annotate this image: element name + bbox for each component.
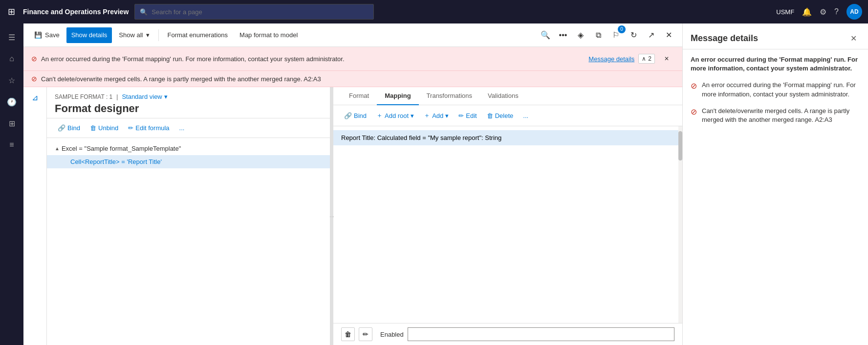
enabled-input[interactable] xyxy=(408,327,674,341)
tab-format[interactable]: Format xyxy=(341,87,377,105)
mapping-link-icon: 🔗 xyxy=(344,112,352,119)
search-toolbar-icon[interactable]: 🔍 xyxy=(538,27,553,43)
mapping-item-label: Report Title: Calculated field = "My sam… xyxy=(341,134,501,141)
sidebar-item-history[interactable]: 🕐 xyxy=(2,92,22,112)
edit-formula-button[interactable]: ✏ Edit formula xyxy=(125,122,172,134)
company-label: USMF xyxy=(776,8,794,16)
error-banners: ⊘ An error occurred during the 'Format m… xyxy=(23,47,682,87)
message-summary: An error occurred during the 'Format map… xyxy=(691,55,860,73)
expand-icon: ▲ xyxy=(55,146,60,151)
tree-child-item[interactable]: Cell<ReportTitle> = 'Report Title' xyxy=(47,155,330,168)
search-input[interactable] xyxy=(152,8,369,16)
scrollbar-thumb[interactable] xyxy=(678,131,682,161)
sidebar-item-workspaces[interactable]: ⊞ xyxy=(2,114,22,133)
error-banner-2: ⊘ Can't delete/overwrite merged cells. A… xyxy=(23,71,682,87)
save-button[interactable]: 💾 Save xyxy=(29,27,65,43)
error-icon-1: ⊘ xyxy=(31,55,37,63)
add-button[interactable]: ＋ Add ▾ xyxy=(421,109,452,122)
format-tree-area: SAMPLE FORMAT : 1 | Standard view ▾ Form… xyxy=(47,87,330,345)
add-chevron: ▾ xyxy=(445,112,449,119)
edit-button[interactable]: ✏ Edit xyxy=(456,110,479,121)
bind-button[interactable]: 🔗 Bind xyxy=(55,122,83,134)
refresh-button[interactable]: ↻ xyxy=(626,27,641,43)
toolbar: 💾 Save Show details Show all ▾ Format en… xyxy=(23,23,682,47)
mapping-item-1[interactable]: Report Title: Calculated field = "My sam… xyxy=(333,130,682,145)
error-counter: ∧ 2 xyxy=(638,54,655,64)
delete-control-button[interactable]: 🗑 xyxy=(341,327,355,341)
map-format-to-model-button[interactable]: Map format to model xyxy=(235,27,303,43)
pencil-icon: ✏ xyxy=(128,124,133,132)
tree-root-item[interactable]: ▲ Excel = "Sample format_SampleTemplate" xyxy=(47,142,330,155)
mapping-panel: Format Mapping Transformations Validatio… xyxy=(333,87,682,345)
add-icon: ＋ xyxy=(424,111,430,120)
grid-menu-icon[interactable]: ⊞ xyxy=(6,4,17,19)
show-all-button[interactable]: Show all ▾ xyxy=(114,27,154,43)
divider: | xyxy=(116,93,118,100)
error-text-1: An error occurred during the 'Format map… xyxy=(41,55,345,63)
add-root-chevron: ▾ xyxy=(411,112,414,119)
app-title: Finance and Operations Preview xyxy=(23,8,129,16)
notification-icon[interactable]: 🔔 xyxy=(802,7,812,17)
chevron-down-icon: ▾ xyxy=(146,31,150,39)
mapping-tabs: Format Mapping Transformations Validatio… xyxy=(333,87,682,105)
page-title: Format designer xyxy=(55,102,322,115)
delete-icon: 🗑 xyxy=(487,112,493,119)
show-details-button[interactable]: Show details xyxy=(66,27,112,43)
standard-view-dropdown[interactable]: Standard view ▾ xyxy=(122,93,167,100)
top-nav-right: USMF 🔔 ⚙ ? AD xyxy=(776,4,862,20)
save-icon: 💾 xyxy=(34,31,42,39)
main-layout: ☰ ⌂ ☆ 🕐 ⊞ ≡ 💾 Save Show details Show all… xyxy=(0,23,868,345)
top-navigation: ⊞ Finance and Operations Preview 🔍 USMF … xyxy=(0,0,868,23)
format-tree: ▲ Excel = "Sample format_SampleTemplate"… xyxy=(47,138,330,345)
badge-button[interactable]: ⚐ 0 xyxy=(608,27,624,43)
error-text-2: Can't delete/overwrite merged cells. A r… xyxy=(41,75,321,83)
tab-transformations[interactable]: Transformations xyxy=(419,87,480,105)
content-area: 💾 Save Show details Show all ▾ Format en… xyxy=(23,23,682,345)
search-box[interactable]: 🔍 xyxy=(134,4,374,20)
mapping-actions: 🔗 Bind ＋ Add root ▾ ＋ Add ▾ ✏ xyxy=(333,105,682,126)
help-icon[interactable]: ? xyxy=(834,7,839,16)
enabled-label: Enabled xyxy=(380,331,404,338)
message-panel: Message details ✕ An error occurred duri… xyxy=(682,23,868,345)
settings-icon[interactable]: ⚙ xyxy=(820,7,826,17)
error-count: 2 xyxy=(648,55,651,62)
sidebar-item-modules[interactable]: ≡ xyxy=(2,135,22,155)
close-message-panel-button[interactable]: ✕ xyxy=(846,31,860,45)
message-details-link[interactable]: Message details xyxy=(588,55,634,63)
external-link-button[interactable]: ↗ xyxy=(643,27,659,43)
message-item-2: ⊘ Can't delete/overwrite merged cells. A… xyxy=(691,107,860,124)
avatar[interactable]: AD xyxy=(846,4,862,20)
format-enumerations-button[interactable]: Format enumerations xyxy=(163,27,233,43)
mapping-scrollbar[interactable] xyxy=(678,126,682,323)
sidebar-item-menu[interactable]: ☰ xyxy=(2,27,22,47)
mapping-bind-button[interactable]: 🔗 Bind xyxy=(341,110,369,121)
link-icon: 🔗 xyxy=(58,124,65,132)
message-panel-header: Message details ✕ xyxy=(683,23,868,49)
sidebar-item-favorites[interactable]: ☆ xyxy=(2,70,22,90)
sidebar-item-home[interactable]: ⌂ xyxy=(2,49,22,69)
format-more-button[interactable]: ... xyxy=(176,122,188,134)
filter-icon[interactable]: ⊿ xyxy=(32,93,38,102)
close-toolbar-button[interactable]: ✕ xyxy=(661,27,676,43)
chevron-up-icon[interactable]: ∧ xyxy=(642,55,646,62)
unbind-button[interactable]: 🗑 Unbind xyxy=(87,122,121,134)
close-error-button[interactable]: ✕ xyxy=(659,51,674,67)
add-root-icon: ＋ xyxy=(376,111,383,120)
delete-button[interactable]: 🗑 Delete xyxy=(484,110,517,121)
add-root-button[interactable]: ＋ Add root ▾ xyxy=(373,109,417,122)
tab-mapping[interactable]: Mapping xyxy=(377,87,418,105)
message-item-1: ⊘ An error occurred during the 'Format m… xyxy=(691,81,860,98)
message-panel-title: Message details xyxy=(691,33,758,44)
mapping-more-button[interactable]: ... xyxy=(520,110,531,121)
message-item-text-1: An error occurred during the 'Format map… xyxy=(702,81,860,98)
edit-control-button[interactable]: ✏ xyxy=(359,327,372,341)
view-icon-button[interactable]: ⧉ xyxy=(590,27,606,43)
mapping-content: Report Title: Calculated field = "My sam… xyxy=(333,126,682,323)
toolbar-divider-1 xyxy=(158,29,159,41)
message-error-icon-2: ⊘ xyxy=(691,107,697,116)
unbind-icon: 🗑 xyxy=(90,124,96,132)
more-options-button[interactable]: ••• xyxy=(555,27,571,43)
tab-validations[interactable]: Validations xyxy=(480,87,526,105)
chevron-down-icon: ▾ xyxy=(164,93,168,100)
diamond-icon-button[interactable]: ◈ xyxy=(573,27,588,43)
